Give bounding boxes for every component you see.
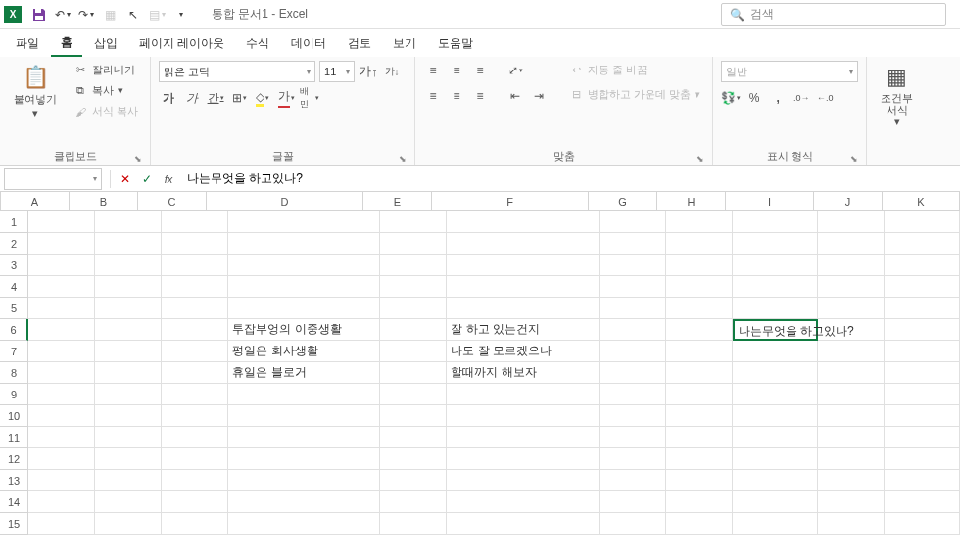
cell-J15[interactable] bbox=[818, 513, 885, 535]
fx-icon[interactable]: fx bbox=[158, 168, 179, 190]
cell-G6[interactable] bbox=[600, 319, 666, 341]
cell-C4[interactable] bbox=[162, 276, 228, 298]
cell-D11[interactable] bbox=[228, 427, 380, 448]
name-box[interactable]: ▾ bbox=[4, 168, 102, 190]
cell-C14[interactable] bbox=[162, 491, 228, 513]
cell-K2[interactable] bbox=[885, 233, 960, 255]
cell-G2[interactable] bbox=[600, 233, 666, 255]
tab-페이지 레이아웃[interactable]: 페이지 레이아웃 bbox=[129, 31, 234, 56]
cell-D9[interactable] bbox=[228, 384, 380, 405]
search-box[interactable]: 🔍 검색 bbox=[721, 3, 946, 26]
cell-C8[interactable] bbox=[162, 362, 228, 384]
conditional-format-button[interactable]: ▦ 조건부 서식 ▾ bbox=[875, 61, 919, 132]
redo-button[interactable]: ↷▾ bbox=[75, 4, 97, 25]
cell-E10[interactable] bbox=[380, 405, 447, 427]
cell-K7[interactable] bbox=[885, 341, 960, 362]
row-header-12[interactable]: 12 bbox=[0, 448, 28, 470]
cell-B2[interactable] bbox=[95, 233, 162, 255]
cell-F13[interactable] bbox=[447, 470, 599, 491]
undo-button[interactable]: ↶▾ bbox=[52, 4, 73, 25]
col-header-I[interactable]: I bbox=[726, 192, 814, 210]
cell-H2[interactable] bbox=[666, 233, 733, 255]
cell-A6[interactable] bbox=[28, 319, 95, 341]
cell-E7[interactable] bbox=[380, 341, 447, 362]
tab-보기[interactable]: 보기 bbox=[383, 31, 426, 56]
cell-F11[interactable] bbox=[447, 427, 599, 448]
cancel-icon[interactable]: ✕ bbox=[115, 168, 136, 190]
format-painter-button[interactable]: 🖌서식 복사 bbox=[69, 102, 142, 120]
cell-G10[interactable] bbox=[600, 405, 666, 427]
font-color-button[interactable]: 가▾ bbox=[276, 88, 296, 108]
cell-I5[interactable] bbox=[733, 298, 818, 319]
save-icon[interactable] bbox=[28, 4, 50, 25]
cell-A5[interactable] bbox=[28, 298, 95, 319]
row-header-4[interactable]: 4 bbox=[0, 276, 28, 298]
cell-B11[interactable] bbox=[95, 427, 162, 448]
increase-decimal-button[interactable]: .0→ bbox=[792, 88, 811, 108]
cell-H11[interactable] bbox=[666, 427, 733, 448]
row-header-1[interactable]: 1 bbox=[0, 211, 28, 233]
cell-F4[interactable] bbox=[447, 276, 599, 298]
cell-D8[interactable]: 휴일은 블로거 bbox=[228, 362, 380, 384]
cell-E5[interactable] bbox=[380, 298, 447, 319]
cell-A2[interactable] bbox=[28, 233, 95, 255]
cell-D1[interactable] bbox=[228, 211, 380, 233]
font-name-combo[interactable]: 맑은 고딕▾ bbox=[159, 61, 315, 82]
dialog-launcher-icon[interactable]: ⬊ bbox=[399, 154, 407, 163]
cell-G12[interactable] bbox=[600, 448, 666, 470]
align-left-button[interactable]: ≡ bbox=[423, 86, 443, 106]
row-header-7[interactable]: 7 bbox=[0, 341, 28, 362]
cell-G4[interactable] bbox=[600, 276, 666, 298]
cell-H10[interactable] bbox=[666, 405, 733, 427]
cell-I8[interactable] bbox=[733, 362, 818, 384]
align-middle-button[interactable]: ≡ bbox=[447, 61, 466, 80]
cell-I12[interactable] bbox=[733, 448, 818, 470]
cell-A8[interactable] bbox=[28, 362, 95, 384]
border-button[interactable]: ⊞▾ bbox=[229, 88, 249, 108]
cell-B8[interactable] bbox=[95, 362, 162, 384]
cell-E11[interactable] bbox=[380, 427, 447, 448]
cell-K13[interactable] bbox=[885, 470, 960, 491]
cell-H7[interactable] bbox=[666, 341, 733, 362]
cell-I3[interactable] bbox=[733, 255, 818, 276]
col-header-J[interactable]: J bbox=[814, 192, 883, 210]
tab-파일[interactable]: 파일 bbox=[6, 31, 49, 56]
dialog-launcher-icon[interactable]: ⬊ bbox=[696, 154, 704, 163]
cell-C5[interactable] bbox=[162, 298, 228, 319]
row-header-10[interactable]: 10 bbox=[0, 405, 28, 427]
cell-G9[interactable] bbox=[600, 384, 666, 405]
cell-K14[interactable] bbox=[885, 491, 960, 513]
cell-G8[interactable] bbox=[600, 362, 666, 384]
cell-I6[interactable]: 나는무엇을 하고있나? bbox=[733, 319, 818, 341]
qat-customize[interactable]: ▾ bbox=[169, 4, 191, 25]
cell-H9[interactable] bbox=[666, 384, 733, 405]
cell-J8[interactable] bbox=[818, 362, 885, 384]
cell-H15[interactable] bbox=[666, 513, 733, 535]
cell-G1[interactable] bbox=[600, 211, 666, 233]
confirm-icon[interactable]: ✓ bbox=[136, 168, 158, 190]
cell-G3[interactable] bbox=[600, 255, 666, 276]
cell-C15[interactable] bbox=[162, 513, 228, 535]
cell-C12[interactable] bbox=[162, 448, 228, 470]
col-header-H[interactable]: H bbox=[657, 192, 726, 210]
row-header-11[interactable]: 11 bbox=[0, 427, 28, 448]
cell-E1[interactable] bbox=[380, 211, 447, 233]
row-header-2[interactable]: 2 bbox=[0, 233, 28, 255]
comma-format-button[interactable]: , bbox=[768, 88, 788, 108]
cell-F12[interactable] bbox=[447, 448, 599, 470]
cell-I7[interactable] bbox=[733, 341, 818, 362]
qat-button-2[interactable]: ▤▾ bbox=[146, 4, 168, 25]
cell-J1[interactable] bbox=[818, 211, 885, 233]
cell-D10[interactable] bbox=[228, 405, 380, 427]
increase-indent-button[interactable]: ⇥ bbox=[529, 86, 549, 106]
cell-J7[interactable] bbox=[818, 341, 885, 362]
cell-G7[interactable] bbox=[600, 341, 666, 362]
tab-삽입[interactable]: 삽입 bbox=[84, 31, 127, 56]
cell-D3[interactable] bbox=[228, 255, 380, 276]
cell-E9[interactable] bbox=[380, 384, 447, 405]
cell-J14[interactable] bbox=[818, 491, 885, 513]
grow-font-button[interactable]: 가↑ bbox=[359, 62, 378, 81]
row-header-5[interactable]: 5 bbox=[0, 298, 28, 319]
cell-I4[interactable] bbox=[733, 276, 818, 298]
cell-F2[interactable] bbox=[447, 233, 599, 255]
